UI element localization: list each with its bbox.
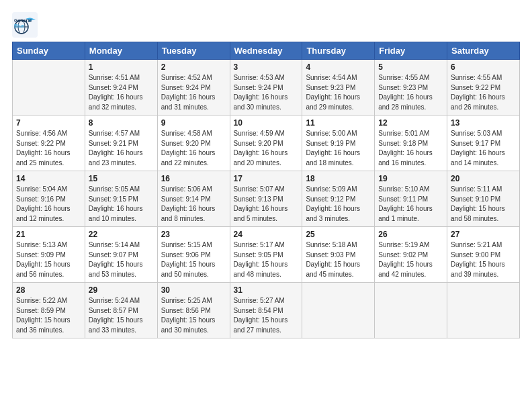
calendar-cell (13, 60, 85, 116)
header: General Blue (12, 12, 520, 38)
day-number: 25 (306, 230, 371, 239)
day-number: 6 (451, 62, 516, 72)
col-header-wednesday: Wednesday (230, 42, 302, 60)
day-number: 9 (161, 118, 226, 128)
calendar-cell: 5Sunrise: 4:55 AMSunset: 9:23 PMDaylight… (375, 60, 447, 116)
col-header-monday: Monday (85, 42, 157, 60)
cell-info: Sunrise: 4:52 AMSunset: 9:24 PMDaylight:… (161, 74, 216, 111)
calendar-cell: 23Sunrise: 5:15 AMSunset: 9:06 PMDayligh… (157, 227, 230, 283)
header-row: SundayMondayTuesdayWednesdayThursdayFrid… (13, 42, 520, 60)
calendar-cell: 26Sunrise: 5:19 AMSunset: 9:02 PMDayligh… (375, 227, 447, 283)
cell-info: Sunrise: 5:06 AMSunset: 9:14 PMDaylight:… (161, 185, 216, 222)
day-number: 1 (89, 62, 154, 72)
day-number: 10 (234, 118, 299, 128)
week-row-3: 14Sunrise: 5:04 AMSunset: 9:16 PMDayligh… (13, 171, 520, 227)
cell-info: Sunrise: 4:56 AMSunset: 9:22 PMDaylight:… (16, 130, 71, 167)
cell-info: Sunrise: 4:59 AMSunset: 9:20 PMDaylight:… (234, 130, 288, 167)
day-number: 29 (89, 285, 154, 295)
calendar-cell: 2Sunrise: 4:52 AMSunset: 9:24 PMDaylight… (157, 60, 230, 116)
calendar-cell: 13Sunrise: 5:03 AMSunset: 9:17 PMDayligh… (447, 116, 520, 171)
cell-info: Sunrise: 5:07 AMSunset: 9:13 PMDaylight:… (234, 185, 288, 222)
cell-info: Sunrise: 5:04 AMSunset: 9:16 PMDaylight:… (16, 185, 71, 222)
cell-info: Sunrise: 5:18 AMSunset: 9:03 PMDaylight:… (306, 241, 360, 278)
calendar-cell: 9Sunrise: 4:58 AMSunset: 9:20 PMDaylight… (157, 116, 230, 171)
cell-info: Sunrise: 5:21 AMSunset: 9:00 PMDaylight:… (451, 241, 505, 278)
day-number: 7 (16, 118, 81, 128)
cell-info: Sunrise: 5:24 AMSunset: 8:57 PMDaylight:… (89, 297, 143, 334)
cell-info: Sunrise: 5:00 AMSunset: 9:19 PMDaylight:… (306, 130, 360, 167)
cell-info: Sunrise: 4:55 AMSunset: 9:22 PMDaylight:… (451, 74, 505, 111)
cell-info: Sunrise: 4:55 AMSunset: 9:23 PMDaylight:… (378, 74, 433, 111)
cell-info: Sunrise: 5:09 AMSunset: 9:12 PMDaylight:… (306, 185, 360, 222)
day-number: 17 (234, 174, 299, 183)
day-number: 21 (16, 230, 81, 239)
cell-info: Sunrise: 5:03 AMSunset: 9:17 PMDaylight:… (451, 130, 505, 167)
svg-text:Blue: Blue (14, 24, 24, 28)
calendar-cell: 18Sunrise: 5:09 AMSunset: 9:12 PMDayligh… (302, 171, 375, 227)
day-number: 19 (378, 174, 443, 183)
day-number: 5 (378, 62, 443, 72)
cell-info: Sunrise: 5:11 AMSunset: 9:10 PMDaylight:… (451, 185, 505, 222)
cell-info: Sunrise: 5:25 AMSunset: 8:56 PMDaylight:… (161, 297, 216, 334)
day-number: 20 (451, 174, 516, 183)
col-header-tuesday: Tuesday (157, 42, 230, 60)
calendar-cell (447, 283, 520, 338)
cell-info: Sunrise: 5:17 AMSunset: 9:05 PMDaylight:… (234, 241, 288, 278)
calendar-table: SundayMondayTuesdayWednesdayThursdayFrid… (12, 42, 520, 338)
calendar-cell (375, 283, 447, 338)
calendar-cell: 31Sunrise: 5:27 AMSunset: 8:54 PMDayligh… (230, 283, 302, 338)
day-number: 26 (378, 230, 443, 239)
calendar-cell: 20Sunrise: 5:11 AMSunset: 9:10 PMDayligh… (447, 171, 520, 227)
calendar-cell: 11Sunrise: 5:00 AMSunset: 9:19 PMDayligh… (302, 116, 375, 171)
week-row-1: 1Sunrise: 4:51 AMSunset: 9:24 PMDaylight… (13, 60, 520, 116)
day-number: 2 (161, 62, 226, 72)
day-number: 3 (234, 62, 299, 72)
calendar-cell: 6Sunrise: 4:55 AMSunset: 9:22 PMDaylight… (447, 60, 520, 116)
day-number: 30 (161, 285, 226, 295)
calendar-cell: 15Sunrise: 5:05 AMSunset: 9:15 PMDayligh… (85, 171, 157, 227)
col-header-saturday: Saturday (447, 42, 520, 60)
calendar-cell: 24Sunrise: 5:17 AMSunset: 9:05 PMDayligh… (230, 227, 302, 283)
cell-info: Sunrise: 4:57 AMSunset: 9:21 PMDaylight:… (89, 130, 143, 167)
cell-info: Sunrise: 5:19 AMSunset: 9:02 PMDaylight:… (378, 241, 433, 278)
day-number: 18 (306, 174, 371, 183)
calendar-cell (302, 283, 375, 338)
calendar-cell: 22Sunrise: 5:14 AMSunset: 9:07 PMDayligh… (85, 227, 157, 283)
col-header-sunday: Sunday (13, 42, 85, 60)
svg-text:General: General (14, 18, 32, 23)
cell-info: Sunrise: 5:22 AMSunset: 8:59 PMDaylight:… (16, 297, 71, 334)
calendar-cell: 8Sunrise: 4:57 AMSunset: 9:21 PMDaylight… (85, 116, 157, 171)
calendar-cell: 3Sunrise: 4:53 AMSunset: 9:24 PMDaylight… (230, 60, 302, 116)
cell-info: Sunrise: 5:27 AMSunset: 8:54 PMDaylight:… (234, 297, 288, 334)
calendar-cell: 19Sunrise: 5:10 AMSunset: 9:11 PMDayligh… (375, 171, 447, 227)
calendar-cell: 16Sunrise: 5:06 AMSunset: 9:14 PMDayligh… (157, 171, 230, 227)
cell-info: Sunrise: 5:01 AMSunset: 9:18 PMDaylight:… (378, 130, 433, 167)
cell-info: Sunrise: 4:51 AMSunset: 9:24 PMDaylight:… (89, 74, 143, 111)
calendar-cell: 14Sunrise: 5:04 AMSunset: 9:16 PMDayligh… (13, 171, 85, 227)
logo-icon: General Blue (12, 12, 38, 38)
day-number: 12 (378, 118, 443, 128)
logo: General Blue (12, 12, 38, 38)
day-number: 4 (306, 62, 371, 72)
cell-info: Sunrise: 4:58 AMSunset: 9:20 PMDaylight:… (161, 130, 216, 167)
calendar-cell: 27Sunrise: 5:21 AMSunset: 9:00 PMDayligh… (447, 227, 520, 283)
day-number: 27 (451, 230, 516, 239)
cell-info: Sunrise: 5:15 AMSunset: 9:06 PMDaylight:… (161, 241, 216, 278)
calendar-cell: 7Sunrise: 4:56 AMSunset: 9:22 PMDaylight… (13, 116, 85, 171)
cell-info: Sunrise: 5:10 AMSunset: 9:11 PMDaylight:… (378, 185, 433, 222)
day-number: 23 (161, 230, 226, 239)
calendar-cell: 28Sunrise: 5:22 AMSunset: 8:59 PMDayligh… (13, 283, 85, 338)
day-number: 16 (161, 174, 226, 183)
day-number: 22 (89, 230, 154, 239)
cell-info: Sunrise: 4:54 AMSunset: 9:23 PMDaylight:… (306, 74, 360, 111)
calendar-cell: 29Sunrise: 5:24 AMSunset: 8:57 PMDayligh… (85, 283, 157, 338)
cell-info: Sunrise: 4:53 AMSunset: 9:24 PMDaylight:… (234, 74, 288, 111)
week-row-5: 28Sunrise: 5:22 AMSunset: 8:59 PMDayligh… (13, 283, 520, 338)
day-number: 8 (89, 118, 154, 128)
day-number: 11 (306, 118, 371, 128)
col-header-friday: Friday (375, 42, 447, 60)
calendar-cell: 21Sunrise: 5:13 AMSunset: 9:09 PMDayligh… (13, 227, 85, 283)
day-number: 14 (16, 174, 81, 183)
calendar-cell: 1Sunrise: 4:51 AMSunset: 9:24 PMDaylight… (85, 60, 157, 116)
calendar-cell: 30Sunrise: 5:25 AMSunset: 8:56 PMDayligh… (157, 283, 230, 338)
